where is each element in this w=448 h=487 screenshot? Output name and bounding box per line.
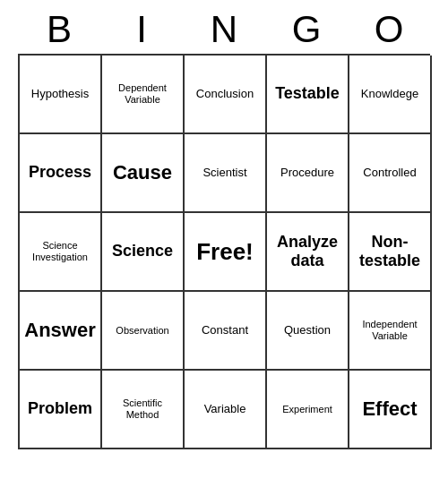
bingo-cell: Observation <box>102 292 185 371</box>
bingo-cell: Knowldege <box>349 56 432 134</box>
bingo-cell: Science <box>102 213 185 292</box>
bingo-cell: Testable <box>267 56 349 134</box>
bingo-cell: Science Investigation <box>20 213 102 292</box>
bingo-cell: Non-testable <box>349 213 432 292</box>
bingo-letter: O <box>349 9 428 50</box>
bingo-cell: Problem <box>20 371 102 449</box>
bingo-cell: Independent Variable <box>349 292 432 371</box>
bingo-cell: Effect <box>349 371 432 449</box>
bingo-cell: Variable <box>185 371 267 449</box>
bingo-cell: Procedure <box>267 134 349 213</box>
bingo-letter: G <box>267 9 346 50</box>
bingo-cell: Answer <box>20 292 102 371</box>
bingo-cell: Scientific Method <box>102 371 185 449</box>
bingo-cell: Cause <box>102 134 185 213</box>
bingo-cell: Hypothesis <box>20 56 102 134</box>
bingo-letter: B <box>20 9 99 50</box>
bingo-cell: Experiment <box>267 371 349 449</box>
bingo-cell: Constant <box>185 292 267 371</box>
bingo-grid: HypothesisDependent VariableConclusionTe… <box>18 54 430 449</box>
bingo-cell: Free! <box>185 213 267 292</box>
bingo-cell: Analyze data <box>267 213 349 292</box>
bingo-letter: I <box>102 9 181 50</box>
bingo-cell: Conclusion <box>185 56 267 134</box>
bingo-cell: Scientist <box>185 134 267 213</box>
bingo-cell: Question <box>267 292 349 371</box>
bingo-cell: Controlled <box>349 134 432 213</box>
bingo-cell: Process <box>20 134 102 213</box>
bingo-cell: Dependent Variable <box>102 56 185 134</box>
bingo-letter: N <box>185 9 263 50</box>
bingo-header: BINGO <box>18 9 430 50</box>
